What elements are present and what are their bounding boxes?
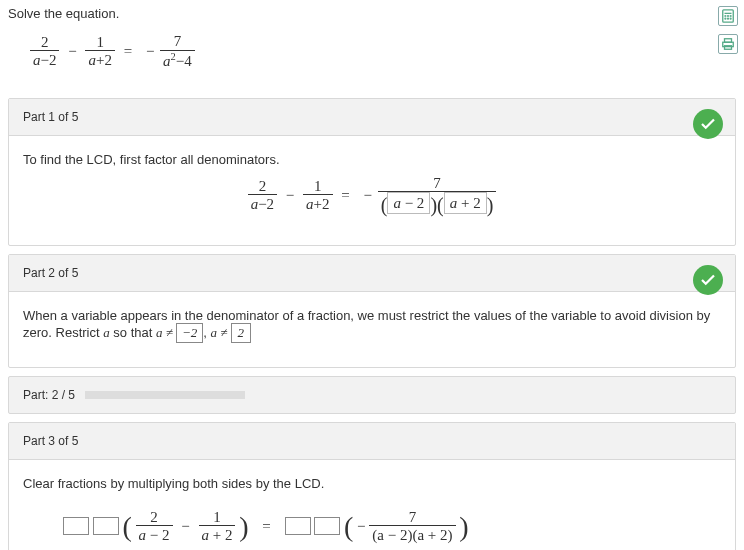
part3-header: Part 3 of 5 (9, 423, 735, 460)
part-1: Part 1 of 5 To find the LCD, first facto… (8, 98, 736, 246)
check-icon (693, 109, 723, 139)
svg-point-7 (730, 18, 731, 19)
svg-point-4 (730, 16, 731, 17)
svg-point-6 (728, 18, 729, 19)
progress-label: Part: 2 / 5 (23, 388, 75, 402)
calculator-icon[interactable] (718, 6, 738, 26)
part1-header: Part 1 of 5 (9, 99, 735, 136)
answer-box-2: 2 (231, 323, 251, 343)
input-box-rhs-1[interactable] (285, 517, 311, 535)
svg-point-5 (725, 18, 726, 19)
svg-point-2 (725, 16, 726, 17)
print-icon[interactable] (718, 34, 738, 54)
page-title: Solve the equation. (0, 0, 744, 31)
part-2: Part 2 of 5 When a variable appears in t… (8, 254, 736, 368)
svg-rect-10 (725, 46, 732, 50)
progress-bar (85, 391, 245, 399)
svg-point-3 (728, 16, 729, 17)
progress-part: Part: 2 / 5 (8, 376, 736, 414)
answer-box-1: −2 (176, 323, 203, 343)
main-equation: 2 a−2 − 1 a+2 = − 7 a2−4 (0, 31, 744, 90)
input-box-lhs-2[interactable] (93, 517, 119, 535)
part-3: Part 3 of 5 Clear fractions by multiplyi… (8, 422, 736, 550)
part1-equation: 2 a−2 − 1 a+2 = − 7 (a − 2)(a + 2) (23, 167, 721, 221)
part1-text: To find the LCD, first factor all denomi… (23, 152, 721, 167)
check-icon (693, 265, 723, 295)
part2-header: Part 2 of 5 (9, 255, 735, 292)
input-box-rhs-2[interactable] (314, 517, 340, 535)
input-box-lhs-1[interactable] (63, 517, 89, 535)
part3-text: Clear fractions by multiplying both side… (23, 476, 721, 491)
part3-equation: ( 2 a − 2 − 1 a + 2 ) = ( − 7 (a − 2)(a … (23, 491, 721, 549)
